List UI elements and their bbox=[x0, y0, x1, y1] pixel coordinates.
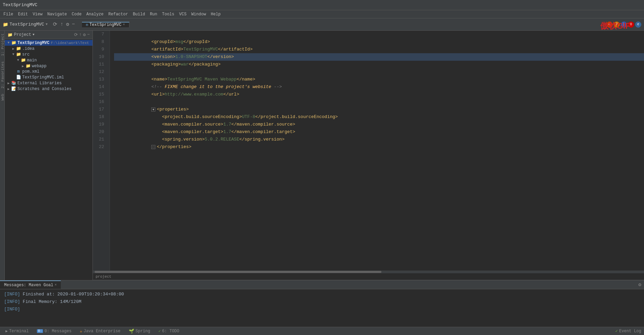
bottom-tabs: Messages: Maven Goal × ⚙ bbox=[0, 280, 644, 289]
tree-item-root[interactable]: ▼ 📁 TextSpringMVC F:\idea\work\Text bbox=[5, 40, 93, 46]
dropdown-arrow[interactable]: ▼ bbox=[32, 33, 34, 37]
tree-arrow-root: ▼ bbox=[6, 41, 11, 45]
opera-icon[interactable]: O bbox=[628, 21, 634, 28]
statusbar-todo[interactable]: ✓ 6: TODO bbox=[156, 329, 182, 334]
tree-arrow-idea: ▶ bbox=[11, 47, 16, 51]
line-num-12: 12 bbox=[93, 68, 107, 76]
tree-item-extlib[interactable]: ▶ 📚 External Libraries bbox=[5, 80, 93, 86]
tree-item-pom[interactable]: ▶ m pom.xml bbox=[5, 69, 93, 74]
statusbar-terminal[interactable]: ▶ Terminal bbox=[3, 329, 31, 334]
menu-item-window[interactable]: Window bbox=[189, 11, 208, 17]
tree-icon-idea: 📁 bbox=[16, 46, 21, 51]
tree-icon-scratches: 📝 bbox=[11, 86, 16, 91]
fold-marker-21[interactable]: □ bbox=[151, 145, 155, 149]
main-area: 1: Project 2: Favorites Web 📁 Project ▼ … bbox=[0, 31, 644, 280]
tree-path-root: F:\idea\work\Text bbox=[51, 41, 89, 45]
tree-item-iml[interactable]: ▶ 📄 TextSpringMVC.iml bbox=[5, 74, 93, 80]
edge-icon[interactable]: e bbox=[635, 21, 641, 28]
tree-icon-src: 📁 bbox=[16, 52, 21, 57]
tree-item-idea[interactable]: ▶ 📁 .idea bbox=[5, 46, 93, 52]
code-scrollbar[interactable] bbox=[93, 271, 644, 273]
statusbar-messages[interactable]: 0: 0: Messages bbox=[34, 329, 74, 334]
collapse-icon[interactable]: ↑ bbox=[79, 32, 82, 38]
todo-icon: ✓ bbox=[158, 329, 161, 333]
menu-item-file[interactable]: File bbox=[1, 11, 15, 17]
line-numbers: 7 8 9 10 11 12 13 14 15 16 17 18 19 20 2… bbox=[93, 31, 110, 271]
close-project-icon[interactable]: − bbox=[87, 32, 90, 38]
bottom-tab-messages[interactable]: Messages: Maven Goal × bbox=[0, 280, 61, 289]
line-num-17: 17 bbox=[93, 106, 107, 113]
tree-icon-extlib: 📚 bbox=[11, 81, 16, 86]
tree-label-root: TextSpringMVC bbox=[17, 41, 50, 45]
ie-icon[interactable]: I bbox=[621, 21, 627, 28]
toolbar-up-icon[interactable]: ↑ bbox=[60, 21, 63, 27]
toolbar-sync-icon[interactable]: ⟳ bbox=[53, 21, 57, 28]
tree-label-idea: .idea bbox=[22, 46, 34, 51]
menu-item-navigate[interactable]: Navigate bbox=[45, 11, 69, 17]
breadcrumb: project bbox=[93, 273, 644, 280]
line-num-15: 15 bbox=[93, 91, 107, 98]
project-tree: ▼ 📁 TextSpringMVC F:\idea\work\Text ▶ 📁 … bbox=[5, 39, 93, 280]
project-header-icons: ⟳ ↑ ⚙ − bbox=[74, 32, 90, 38]
project-dropdown[interactable]: Project ▼ bbox=[14, 32, 34, 37]
side-tab-web[interactable]: Web bbox=[0, 91, 4, 103]
project-panel: 📁 Project ▼ ⟳ ↑ ⚙ − ▼ 📁 TextSpringMVC F:… bbox=[5, 31, 93, 280]
tree-icon-main: 📁 bbox=[20, 58, 26, 63]
bottom-settings-icon[interactable]: ⚙ bbox=[636, 280, 644, 289]
tree-item-webapp[interactable]: ▶ 📁 webapp bbox=[5, 63, 93, 69]
tree-label-src: src bbox=[22, 52, 30, 57]
tab-close-button[interactable]: × bbox=[123, 23, 125, 27]
event-log-label[interactable]: Event Log bbox=[619, 329, 641, 334]
project-panel-header: 📁 Project ▼ ⟳ ↑ ⚙ − bbox=[5, 31, 93, 39]
menu-item-tools[interactable]: Tools bbox=[160, 11, 177, 17]
bottom-tab-label: Messages: Maven Goal bbox=[4, 283, 53, 288]
statusbar-java[interactable]: ☕ Java Enterprise bbox=[77, 329, 123, 334]
line-num-22: 22 bbox=[93, 143, 107, 151]
tree-icon-pom: m bbox=[16, 69, 21, 74]
scrollbar-thumb[interactable] bbox=[95, 271, 381, 273]
menu-item-build[interactable]: Build bbox=[131, 11, 147, 17]
menu-item-code[interactable]: Code bbox=[70, 11, 84, 17]
terminal-icon: ▶ bbox=[5, 329, 8, 333]
firefox-icon[interactable]: F bbox=[614, 21, 620, 28]
titlebar: TextSpringMVC 傲软GIF bbox=[0, 0, 644, 10]
code-line-17: <project.build.sourceEncoding>UTF-8</pro… bbox=[114, 106, 644, 113]
line-num-10: 10 bbox=[93, 53, 107, 61]
side-tab-project[interactable]: 1: Project bbox=[0, 31, 4, 59]
menu-item-view[interactable]: View bbox=[31, 11, 45, 17]
tree-label-webapp: webapp bbox=[32, 64, 46, 69]
toolbar-dropdown-arrow[interactable]: ▼ bbox=[45, 23, 47, 26]
menu-item-help[interactable]: Help bbox=[209, 11, 223, 17]
bottom-tab-close[interactable]: × bbox=[55, 283, 57, 287]
tree-item-scratches[interactable]: ▶ 📝 Scratches and Consoles bbox=[5, 86, 93, 92]
menu-item-refactor[interactable]: Refactor bbox=[106, 11, 130, 17]
toolbar-settings-icon[interactable]: ⚙ bbox=[66, 21, 69, 28]
chrome-icon[interactable]: C bbox=[606, 21, 613, 28]
code-editor[interactable]: 7 8 9 10 11 12 13 14 15 16 17 18 19 20 2… bbox=[93, 31, 644, 271]
tab-xml-icon: m bbox=[86, 23, 88, 27]
fold-marker-16[interactable]: ▼ bbox=[151, 107, 155, 112]
menu-item-run[interactable]: Run bbox=[148, 11, 159, 17]
code-content[interactable]: <groupId>msg</groupId> <artifactId>TextS… bbox=[110, 31, 644, 271]
tree-item-src[interactable]: ▼ 📁 src bbox=[5, 52, 93, 57]
settings-project-icon[interactable]: ⚙ bbox=[83, 32, 86, 38]
todo-label: 6: TODO bbox=[162, 329, 179, 334]
terminal-label: Terminal bbox=[9, 329, 29, 334]
menu-item-vcs[interactable]: VCS bbox=[177, 11, 189, 17]
toolbar-minus-icon[interactable]: − bbox=[72, 21, 75, 27]
menu-item-analyze[interactable]: Analyze bbox=[84, 11, 106, 17]
tree-label-pom: pom.xml bbox=[22, 69, 39, 74]
side-tab-favorites[interactable]: 2: Favorites bbox=[0, 59, 4, 91]
tree-icon-root: 📁 bbox=[11, 40, 16, 45]
tree-item-main[interactable]: ▼ 📁 main bbox=[5, 57, 93, 63]
line-num-7: 7 bbox=[93, 31, 107, 38]
editor-tab-pom[interactable]: m TextSpringMVC × bbox=[82, 22, 129, 27]
folder-icon: 📁 bbox=[8, 32, 13, 38]
tab-label: TextSpringMVC bbox=[89, 23, 122, 27]
tree-arrow-webapp: ▶ bbox=[20, 64, 25, 68]
sync-project-icon[interactable]: ⟳ bbox=[74, 32, 78, 38]
toolbar-project-name: TextSpringMVC bbox=[10, 22, 44, 27]
menu-item-edit[interactable]: Edit bbox=[16, 11, 30, 17]
statusbar-spring[interactable]: 🌱 Spring bbox=[126, 329, 153, 334]
console-line-1: [INFO] Finished at: 2020-01-09T10:20:34+… bbox=[4, 291, 640, 298]
